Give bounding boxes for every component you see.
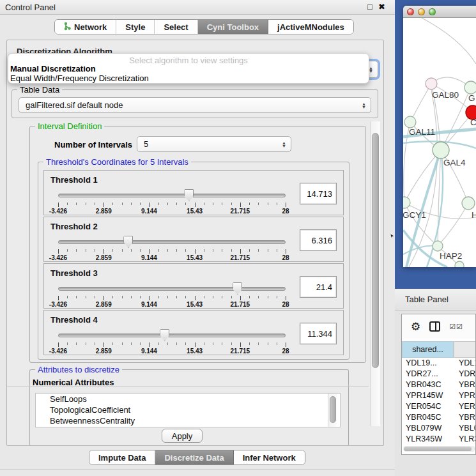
slider-tick bbox=[104, 249, 104, 254]
tab-impute-data[interactable]: Impute Data bbox=[89, 450, 155, 464]
tab-jactivemnodules[interactable]: jActiveMNodules bbox=[268, 20, 353, 34]
tab-label: Infer Network bbox=[243, 453, 296, 463]
network-node[interactable] bbox=[455, 261, 464, 267]
threshold-slider[interactable]: -3.4262.8599.14415.4321.71528 bbox=[58, 330, 286, 354]
float-window-icon[interactable]: □ bbox=[367, 2, 372, 12]
slider-tick bbox=[95, 296, 95, 298]
cell-name: YDL1 bbox=[454, 358, 476, 369]
slider-thumb[interactable] bbox=[123, 236, 133, 248]
zoom-window-icon[interactable] bbox=[429, 8, 436, 15]
table-rows: YDL19... YDL1YDR27... YDR2YBR043C YBR0YP… bbox=[402, 358, 476, 445]
attribute-list-item[interactable]: BetweennessCentrality bbox=[36, 415, 340, 426]
panel-scrollbar-thumb[interactable] bbox=[372, 133, 379, 368]
slider-tick bbox=[140, 203, 141, 205]
threshold-row: Threshold 2 -3.4262.8599.14415.4321.7152… bbox=[43, 217, 344, 262]
slider-thumb[interactable] bbox=[184, 189, 194, 201]
slider-tick bbox=[158, 342, 159, 345]
thresholds-group: Threshold's Coordinates for 5 Intervals … bbox=[38, 162, 349, 360]
slider-tick bbox=[231, 296, 232, 298]
slider-thumb[interactable] bbox=[233, 282, 242, 295]
apply-button[interactable]: Apply bbox=[162, 429, 203, 443]
slider-tick bbox=[95, 342, 95, 345]
network-view-window[interactable]: GAL80GCGAL11GAL4GCY1HHAP2 bbox=[403, 6, 476, 267]
slider-tick-label: -3.426 bbox=[49, 254, 67, 261]
table-settings-gear-icon[interactable]: ⚙ bbox=[411, 320, 420, 334]
threshold-slider[interactable]: -3.4262.8599.14415.4321.71528 bbox=[58, 190, 286, 214]
attribute-list-item[interactable]: SelfLoops bbox=[36, 394, 340, 404]
table-row[interactable]: YPR145W YPR1 bbox=[402, 390, 476, 401]
column-header-name[interactable]: n... bbox=[454, 341, 476, 358]
network-node[interactable] bbox=[433, 241, 443, 251]
slider-tick bbox=[249, 296, 250, 298]
combo-stepper-icon: ▲▼ bbox=[369, 66, 373, 73]
slider-tick bbox=[185, 203, 186, 205]
numerical-attributes-list[interactable]: SelfLoopsTopologicalCoefficientBetweenne… bbox=[35, 393, 341, 427]
popup-item-manual-discretization[interactable]: Manual Discretization bbox=[10, 64, 96, 73]
select-columns-checkboxes-icon[interactable]: ☑☑ bbox=[449, 323, 463, 331]
slider-tick bbox=[149, 249, 150, 254]
table-hscrollbar-thumb[interactable] bbox=[404, 447, 472, 451]
cell-shared-name: YPR145W bbox=[402, 390, 454, 401]
slider-tick bbox=[286, 203, 286, 207]
slider-tick bbox=[149, 203, 150, 207]
threshold-value-field[interactable]: 6.316 bbox=[300, 229, 337, 251]
slider-thumb[interactable] bbox=[160, 329, 169, 341]
table-row[interactable]: YBR043C YBR0 bbox=[402, 380, 476, 390]
close-window-icon[interactable] bbox=[407, 8, 414, 15]
tab-infer-network[interactable]: Infer Network bbox=[234, 450, 305, 464]
network-node[interactable] bbox=[404, 116, 416, 128]
network-node[interactable] bbox=[462, 197, 475, 210]
slider-tick bbox=[104, 203, 104, 207]
tab-network[interactable]: Network bbox=[55, 20, 116, 34]
table-row[interactable]: YDL19... YDL1 bbox=[402, 358, 476, 369]
slider-tick bbox=[277, 249, 277, 252]
minimize-window-icon[interactable] bbox=[418, 8, 425, 15]
table-row[interactable]: YDR27... YDR2 bbox=[402, 369, 476, 380]
network-canvas[interactable]: GAL80GCGAL11GAL4GCY1HHAP2 bbox=[403, 18, 476, 267]
slider-tick bbox=[167, 342, 168, 345]
network-node[interactable] bbox=[464, 81, 476, 94]
tab-label: Select bbox=[164, 22, 188, 32]
tab-select[interactable]: Select bbox=[155, 20, 197, 34]
slider-track[interactable] bbox=[58, 240, 286, 244]
table-row[interactable]: YIL052C YIL0 bbox=[402, 445, 476, 445]
table-data-combobox[interactable]: galFiltered.sif default node ▲▼ bbox=[19, 97, 371, 113]
attributes-list-scrollbar[interactable] bbox=[328, 394, 337, 427]
control-panel-titlebar: Control Panel □ ✖ bbox=[0, 0, 395, 15]
slider-tick bbox=[268, 296, 268, 298]
attributes-scrollbar-thumb[interactable] bbox=[330, 396, 336, 423]
tab-cyni-toolbox[interactable]: Cyni Toolbox bbox=[198, 20, 268, 34]
tab-label: jActiveMNodules bbox=[277, 22, 344, 32]
popup-item-equal-width[interactable]: Equal Width/Frequency Discretization bbox=[10, 73, 149, 83]
network-node[interactable] bbox=[426, 78, 437, 89]
network-node[interactable] bbox=[403, 197, 410, 208]
slider-track[interactable] bbox=[58, 287, 286, 291]
table-row[interactable]: YLR345W YLR3 bbox=[402, 434, 476, 445]
slider-track[interactable] bbox=[58, 194, 286, 197]
threshold-value-field[interactable]: 21.4 bbox=[300, 276, 337, 298]
column-selector-icon[interactable] bbox=[429, 321, 440, 332]
table-horizontal-scrollbar[interactable] bbox=[403, 446, 475, 452]
threshold-value-field[interactable]: 11.344 bbox=[300, 323, 337, 344]
cell-shared-name: YDL19... bbox=[402, 358, 454, 369]
slider-track[interactable] bbox=[58, 334, 286, 337]
tab-style[interactable]: Style bbox=[116, 20, 155, 34]
slider-tick bbox=[286, 342, 286, 347]
tab-discretize-data[interactable]: Discretize Data bbox=[155, 450, 233, 464]
close-panel-icon[interactable]: ✖ bbox=[378, 2, 385, 12]
threshold-value-field[interactable]: 14.713 bbox=[300, 183, 337, 204]
slider-tick bbox=[76, 342, 77, 345]
slider-tick bbox=[258, 249, 259, 252]
number-of-intervals-combobox[interactable]: 5 ▲▼ bbox=[137, 136, 291, 152]
column-header-shared-name[interactable]: shared... bbox=[402, 341, 454, 358]
attribute-list-item[interactable]: TopologicalCoefficient bbox=[36, 404, 340, 415]
table-row[interactable]: YER054C YER0 bbox=[402, 401, 476, 412]
slider-tick bbox=[76, 249, 77, 252]
threshold-slider[interactable]: -3.4262.8599.14415.4321.71528 bbox=[58, 236, 286, 261]
network-window-titlebar[interactable] bbox=[403, 6, 476, 18]
network-node[interactable] bbox=[433, 142, 449, 158]
threshold-slider[interactable]: -3.4262.8599.14415.4321.71528 bbox=[58, 283, 286, 307]
panel-scrollbar[interactable] bbox=[370, 121, 380, 426]
table-row[interactable]: YBL079W YBL0 bbox=[402, 423, 476, 434]
table-row[interactable]: YBR045C YBR0 bbox=[402, 412, 476, 423]
